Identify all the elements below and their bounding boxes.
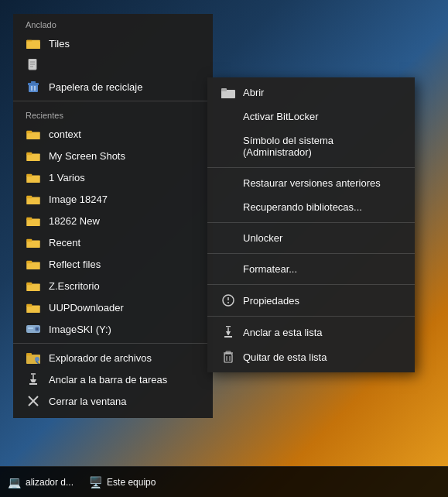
folder-icon-tiles bbox=[26, 37, 41, 50]
taskbar-item-este-equipo[interactable]: 🖥️ Este equipo bbox=[81, 467, 163, 497]
open-folder-icon bbox=[220, 87, 237, 98]
rm-separator-3 bbox=[207, 253, 415, 254]
taskbar-este-equipo-label: Este equipo bbox=[107, 477, 156, 488]
recent-item-recent[interactable]: Recent bbox=[13, 231, 213, 253]
folder-icon-image-18247 bbox=[26, 193, 41, 205]
taskbar: 💻 alizador d... 🖥️ Este equipo bbox=[0, 466, 448, 497]
svg-rect-28 bbox=[26, 283, 32, 286]
svg-rect-20 bbox=[26, 196, 32, 199]
recent-item-uupdownloader[interactable]: UUPDownloader bbox=[13, 296, 213, 318]
svg-rect-36 bbox=[26, 353, 32, 356]
svg-marker-51 bbox=[226, 331, 231, 334]
svg-rect-2 bbox=[26, 41, 40, 49]
svg-rect-22 bbox=[26, 218, 32, 221]
page-icon bbox=[26, 59, 41, 71]
taskbar-alizador-label: alizador d... bbox=[26, 477, 74, 488]
recent-item-imageski[interactable]: ImageSKI (Y:) bbox=[13, 318, 213, 340]
bottom-item-pin-taskbar-label: Anclar a la barra de tareas bbox=[49, 374, 167, 386]
context-menu-item-unlocker-label: Unlocker bbox=[243, 232, 282, 244]
recent-item-reflect-files[interactable]: Reflect files bbox=[13, 253, 213, 275]
svg-rect-34 bbox=[28, 327, 33, 329]
jump-list-panel: Anclado Tiles bbox=[13, 14, 213, 418]
separator-recent-bottom bbox=[13, 343, 213, 344]
recent-item-context-label: context bbox=[49, 129, 81, 140]
context-menu-item-open-label: Abrir bbox=[243, 87, 264, 98]
folder-icon-my-screen-shots bbox=[26, 149, 41, 162]
context-menu-item-remove-list-label: Quitar de esta lista bbox=[243, 351, 327, 363]
taskbar-alizador-icon: 💻 bbox=[8, 476, 21, 488]
svg-point-37 bbox=[35, 357, 39, 362]
context-menu-item-recover[interactable]: Recuperando bibliotecas... bbox=[207, 195, 415, 219]
context-menu-item-cmd-label: Símbolo del sistema (Administrador) bbox=[243, 135, 402, 158]
recent-item-18262-new[interactable]: 18262 New bbox=[13, 210, 213, 231]
context-menu-item-pin-list-label: Anclar a esta lista bbox=[243, 327, 323, 338]
pin-list-icon bbox=[220, 326, 237, 338]
bottom-items-section: Explorador de archivos Anclar a la barra… bbox=[13, 347, 213, 412]
context-menu-item-open[interactable]: Abrir bbox=[207, 81, 415, 105]
recent-item-z-escritorio[interactable]: Z.Escritorio bbox=[13, 275, 213, 296]
svg-rect-24 bbox=[26, 239, 32, 242]
recent-item-imageski-label: ImageSKI (Y:) bbox=[49, 324, 111, 335]
recent-item-1-varios[interactable]: 1 Varios bbox=[13, 166, 213, 188]
recent-item-my-screen-shots[interactable]: My Screen Shots bbox=[13, 145, 213, 166]
context-menu-item-bitlocker-label: Activar BitLocker bbox=[243, 111, 319, 122]
svg-rect-8 bbox=[29, 84, 38, 92]
svg-rect-18 bbox=[26, 174, 32, 177]
file-explorer-icon bbox=[26, 351, 41, 364]
bottom-item-file-explorer[interactable]: Explorador de archivos bbox=[13, 347, 213, 368]
context-menu-item-restore[interactable]: Restaurar versiones anteriores bbox=[207, 171, 415, 195]
bottom-item-file-explorer-label: Explorador de archivos bbox=[49, 352, 152, 364]
context-menu-item-unlocker[interactable]: Unlocker bbox=[207, 226, 415, 250]
pinned-item-recycle[interactable]: Papelera de reciclaje bbox=[13, 76, 213, 98]
recent-item-1-varios-label: 1 Varios bbox=[49, 172, 85, 183]
recent-item-uupdownloader-label: UUPDownloader bbox=[49, 302, 124, 314]
taskbar-item-alizador[interactable]: 💻 alizador d... bbox=[0, 467, 81, 497]
pinned-item-recycle-label: Papelera de reciclaje bbox=[49, 81, 142, 93]
recent-item-18262-new-label: 18262 New bbox=[49, 215, 100, 227]
folder-icon-uupdownloader bbox=[26, 301, 41, 314]
bottom-item-pin-taskbar[interactable]: Anclar a la barra de tareas bbox=[13, 368, 213, 390]
svg-rect-16 bbox=[26, 153, 32, 156]
recent-item-my-screen-shots-label: My Screen Shots bbox=[49, 150, 125, 162]
rm-separator-4 bbox=[207, 284, 415, 285]
pin-taskbar-icon bbox=[26, 373, 41, 386]
context-menu-item-format[interactable]: Formatear... bbox=[207, 257, 415, 281]
recent-item-z-escritorio-label: Z.Escritorio bbox=[49, 280, 100, 292]
context-menu-item-pin-list[interactable]: Anclar a esta lista bbox=[207, 320, 415, 344]
svg-rect-54 bbox=[224, 354, 232, 362]
context-menu-item-properties-label: Propiedades bbox=[243, 295, 299, 307]
svg-rect-46 bbox=[221, 88, 227, 91]
svg-rect-14 bbox=[26, 131, 32, 134]
recent-section-label: Recientes bbox=[13, 105, 213, 123]
recent-item-context[interactable]: context bbox=[13, 123, 213, 145]
svg-point-33 bbox=[36, 328, 38, 330]
context-menu-item-restore-label: Restaurar versiones anteriores bbox=[243, 177, 381, 189]
pinned-item-tiles-label: Tiles bbox=[49, 38, 70, 50]
context-menu-item-properties[interactable]: Propiedades bbox=[207, 288, 415, 313]
svg-rect-10 bbox=[31, 81, 36, 83]
pinned-section-label: Anclado bbox=[13, 14, 213, 33]
context-menu-item-cmd[interactable]: Símbolo del sistema (Administrador) bbox=[207, 129, 415, 164]
drive-icon-imageski bbox=[26, 323, 41, 335]
recent-item-image-18247-label: Image 18247 bbox=[49, 194, 108, 205]
rm-separator-2 bbox=[207, 222, 415, 223]
recent-item-image-18247[interactable]: Image 18247 bbox=[13, 188, 213, 210]
folder-icon-z-escritorio bbox=[26, 279, 41, 292]
close-window-icon bbox=[26, 395, 41, 407]
properties-icon bbox=[220, 294, 237, 307]
pinned-item-tiles[interactable]: Tiles bbox=[13, 33, 213, 54]
svg-rect-26 bbox=[26, 261, 32, 264]
context-menu: Abrir Activar BitLocker Símbolo del sist… bbox=[207, 77, 415, 372]
svg-rect-9 bbox=[28, 83, 39, 85]
folder-icon-18262-new bbox=[26, 214, 41, 227]
recent-item-recent-label: Recent bbox=[49, 237, 80, 248]
context-menu-item-bitlocker[interactable]: Activar BitLocker bbox=[207, 105, 415, 129]
rm-separator-1 bbox=[207, 167, 415, 168]
context-menu-item-remove-list[interactable]: Quitar de esta lista bbox=[207, 344, 415, 369]
bottom-item-close[interactable]: Cerrar la ventana bbox=[13, 390, 213, 412]
svg-rect-56 bbox=[226, 351, 231, 353]
folder-icon-recent bbox=[26, 236, 41, 248]
trash-icon bbox=[220, 351, 237, 363]
folder-icon-reflect-files bbox=[26, 258, 41, 270]
pinned-item-page[interactable] bbox=[13, 54, 213, 76]
